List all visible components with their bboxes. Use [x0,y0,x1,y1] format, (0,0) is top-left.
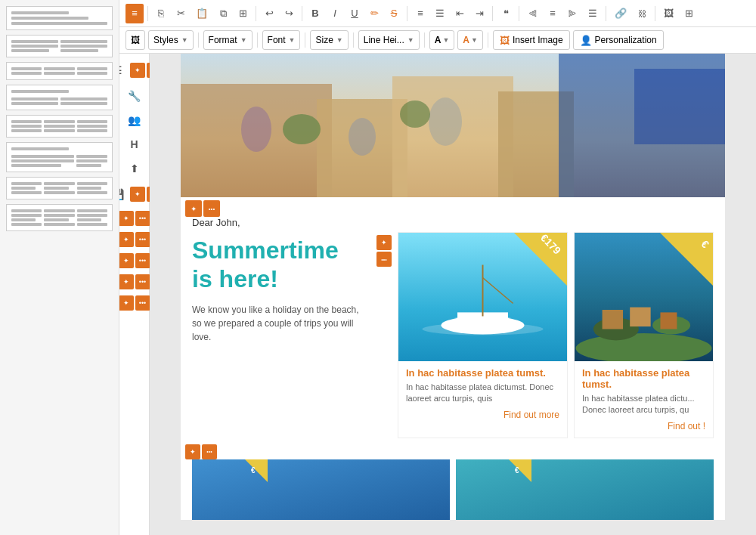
side-dots-btn-4[interactable]: ••• [135,232,150,247]
template-2[interactable] [6,35,113,57]
main-toolbar: ≡ ⎘ ✂ 📋 ⧉ ⊞ ↩ ↪ B I U ✏ S ≡ ☰ ⇤ ⇥ ❝ ⫷ ≡ … [119,0,756,27]
template-6[interactable] [6,142,113,172]
side-orange-btn-2[interactable]: ✦ [130,187,145,202]
font-select[interactable]: Font ▼ [262,30,301,50]
side-dots-btn-5[interactable]: ••• [135,253,150,268]
font-color-label: A [435,35,442,45]
unordered-list-button[interactable]: ≡ [411,4,429,23]
format-select[interactable]: Format ▼ [203,30,253,50]
settings-btn[interactable]: 🔧 [124,85,145,107]
product-desc-1: In hac habitasse platea dictumst. Donec … [406,382,559,405]
sep-6 [519,6,519,21]
bottom-cards: € [192,459,714,520]
contacts-btn[interactable]: 👥 [124,110,145,131]
svg-point-11 [400,101,430,128]
sep-3 [302,6,302,21]
svg-text:€: € [251,466,256,475]
template-7[interactable] [6,177,113,199]
personalization-btn[interactable]: 👤 Personalization [573,30,664,50]
format-toolbar: 🖼 Styles ▼ Format ▼ Font ▼ Size ▼ Line H… [119,27,756,54]
side-orange-btn-3[interactable]: ✦ [119,211,134,226]
format-sep-1 [198,32,199,48]
product-desc-2: In hac habitasse platea dictu... Donec l… [582,393,705,416]
styles-chevron: ▼ [181,36,188,44]
blockquote-button[interactable]: ❝ [497,4,515,23]
font-label: Font [268,35,286,45]
svg-rect-22 [603,310,623,329]
svg-point-6 [349,118,376,156]
cut-button[interactable]: ✂ [172,4,190,23]
bg-color-chevron: ▼ [471,36,478,44]
paste-special-button[interactable]: ⧉ [214,4,232,23]
side-tool-group-7: ✦ ••• [119,294,152,312]
side-orange-btn-7[interactable]: ✦ [119,295,134,311]
row-dots-btn-greeting[interactable]: ••• [203,200,220,217]
side-orange-btn-6[interactable]: ✦ [119,274,134,289]
font-color-btn[interactable]: A ▼ [429,30,455,50]
image-button[interactable]: 🖼 [659,4,678,23]
upload-btn[interactable]: ⬆ [124,158,145,179]
indent-right-button[interactable]: ⇥ [470,4,488,23]
price-text-1: €179 [538,233,562,256]
side-dots-btn-3[interactable]: ••• [135,211,150,226]
highlight-button[interactable]: ✏ [365,4,383,23]
line-height-label: Line Hei... [364,35,404,45]
template-8[interactable] [6,204,113,231]
template-3[interactable] [6,62,113,80]
bold-button[interactable]: B [306,4,324,23]
align-right-button[interactable]: ⫸ [563,4,582,23]
bg-color-btn[interactable]: A ▼ [457,30,483,50]
product-info-1: In hac habitasse platea tumst. In hac ha… [398,361,567,426]
row-move-btn-bottom[interactable]: ✦ [185,444,200,459]
styles-select[interactable]: Styles ▼ [148,30,194,50]
size-select[interactable]: Size ▼ [310,30,348,50]
headline: Summertime is here! [192,236,369,294]
side-orange-btn-1[interactable]: ✦ [130,63,145,78]
link-button[interactable]: 🔗 [610,4,631,23]
save-btn[interactable]: 💾 [119,184,129,205]
side-dots-btn-7[interactable]: ••• [135,295,150,311]
table-button[interactable]: ⊞ [680,4,698,23]
home-button[interactable]: ≡ [125,4,144,23]
align-left-button[interactable]: ⫷ [523,4,542,23]
side-orange-btn-5[interactable]: ✦ [119,253,134,268]
italic-button[interactable]: I [326,4,344,23]
underline-button[interactable]: U [345,4,364,23]
image-select[interactable]: 🖼 [125,30,145,50]
side-dots-btn-6[interactable]: ••• [135,274,150,289]
find-more-link-1[interactable]: Find out more [406,410,559,420]
paste-text-button[interactable]: ⊞ [234,4,252,23]
copy-button[interactable]: ⎘ [152,4,170,23]
personalization-icon: 👤 [580,35,592,46]
unlink-button[interactable]: ⛓ [633,4,651,23]
product-row-dots-btn[interactable]: ••• [376,252,392,267]
find-more-link-2[interactable]: Find out ! [582,421,705,431]
sep-5 [492,6,493,21]
insert-image-btn[interactable]: 🖼 Insert Image [493,30,570,50]
row-move-btn-greeting[interactable]: ✦ [185,200,202,217]
align-center-button[interactable]: ≡ [544,4,562,23]
product-row-move-btn[interactable]: ✦ [376,235,392,250]
line-height-select[interactable]: Line Hei... ▼ [358,30,420,50]
strikethrough-button[interactable]: S [385,4,403,23]
main-area: ≡ ⎘ ✂ 📋 ⧉ ⊞ ↩ ↪ B I U ✏ S ≡ ☰ ⇤ ⇥ ❝ ⫷ ≡ … [119,0,756,535]
styles-label: Styles [153,35,178,45]
undo-button[interactable]: ↩ [260,4,278,23]
list-view-btn[interactable]: ☰ [119,60,129,81]
template-5[interactable] [6,115,113,138]
paste-button[interactable]: 📋 [191,4,212,23]
align-justify-button[interactable]: ☰ [584,4,602,23]
ordered-list-button[interactable]: ☰ [431,4,449,23]
insert-image-label: Insert Image [513,35,563,45]
row-dots-btn-bottom[interactable]: ••• [202,444,217,459]
side-orange-btn-4[interactable]: ✦ [119,232,134,247]
template-1[interactable] [6,6,113,30]
product-card-1: €179 In hac habitasse platea tumst. In h… [398,232,568,438]
indent-left-button[interactable]: ⇤ [451,4,469,23]
heading-btn[interactable]: H [124,134,145,155]
email-canvas[interactable]: ✦ ••• Dear John, Summertime is here! We … [150,54,756,535]
size-chevron: ▼ [336,36,343,44]
redo-button[interactable]: ↪ [280,4,298,23]
side-tool-group-3: ✦ ••• [119,209,152,227]
template-4[interactable] [6,85,113,110]
